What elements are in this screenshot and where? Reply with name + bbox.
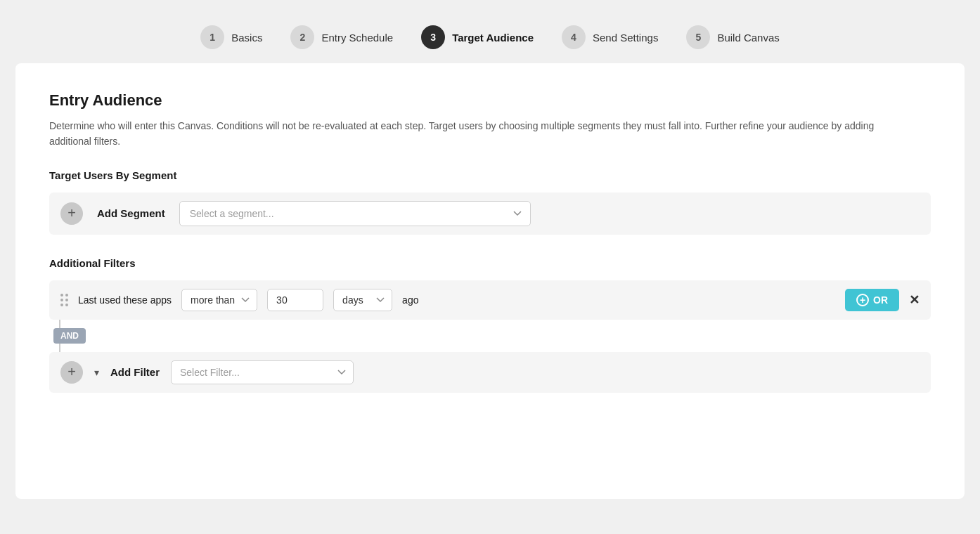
main-card: Entry Audience Determine who will enter …	[15, 63, 965, 499]
drag-dot	[60, 304, 63, 306]
step-basics[interactable]: 1 Basics	[200, 25, 262, 49]
and-connector: AND	[49, 320, 931, 352]
or-button-label: OR	[873, 294, 888, 306]
page-description: Determine who will enter this Canvas. Co…	[49, 118, 893, 150]
filter-number-input[interactable]	[267, 289, 323, 311]
drag-dot	[65, 304, 68, 306]
drag-dot	[65, 299, 68, 301]
step-target-audience[interactable]: 3 Target Audience	[421, 25, 534, 49]
step-2-label: Entry Schedule	[321, 32, 393, 44]
step-2-circle: 2	[290, 25, 314, 49]
additional-filters-heading: Additional Filters	[49, 257, 931, 269]
step-3-circle: 3	[421, 25, 445, 49]
target-users-heading: Target Users By Segment	[49, 169, 931, 181]
add-segment-row: + Add Segment Select a segment...	[49, 193, 931, 235]
step-5-circle: 5	[686, 25, 710, 49]
add-filter-button[interactable]: +	[60, 361, 83, 384]
step-5-label: Build Canvas	[717, 32, 779, 44]
step-3-label: Target Audience	[452, 32, 534, 44]
delete-filter-button[interactable]: ✕	[909, 292, 920, 308]
or-plus-icon: +	[856, 294, 869, 306]
step-4-label: Send Settings	[593, 32, 658, 44]
add-filter-row: + ▾ Add Filter Select Filter...	[49, 352, 931, 393]
filter-row: Last used these apps more than less than…	[49, 280, 931, 320]
step-send-settings[interactable]: 4 Send Settings	[562, 25, 658, 49]
filter-condition-text: Last used these apps	[78, 294, 172, 306]
drag-dot	[60, 299, 63, 301]
filter-unit-select[interactable]: days hours weeks	[333, 289, 392, 311]
or-button[interactable]: + OR	[845, 289, 899, 311]
drag-dot	[60, 294, 63, 297]
filter-suffix-text: ago	[402, 294, 418, 306]
step-entry-schedule[interactable]: 2 Entry Schedule	[290, 25, 393, 49]
filter-funnel-icon: ▾	[94, 367, 99, 378]
add-segment-button[interactable]: +	[60, 202, 83, 225]
step-1-circle: 1	[200, 25, 224, 49]
and-badge[interactable]: AND	[53, 328, 86, 344]
step-1-label: Basics	[231, 32, 262, 44]
step-4-circle: 4	[562, 25, 586, 49]
add-filter-label: Add Filter	[110, 366, 160, 378]
filter-operator-select[interactable]: more than less than exactly	[181, 289, 257, 311]
add-filter-select[interactable]: Select Filter...	[171, 360, 354, 384]
drag-handle[interactable]	[60, 294, 68, 306]
step-build-canvas[interactable]: 5 Build Canvas	[686, 25, 779, 49]
page-title: Entry Audience	[49, 91, 931, 110]
add-segment-label: Add Segment	[97, 207, 165, 219]
wizard-stepper: 1 Basics 2 Entry Schedule 3 Target Audie…	[15, 14, 965, 63]
drag-dot	[65, 294, 68, 297]
segment-select[interactable]: Select a segment...	[179, 201, 531, 226]
